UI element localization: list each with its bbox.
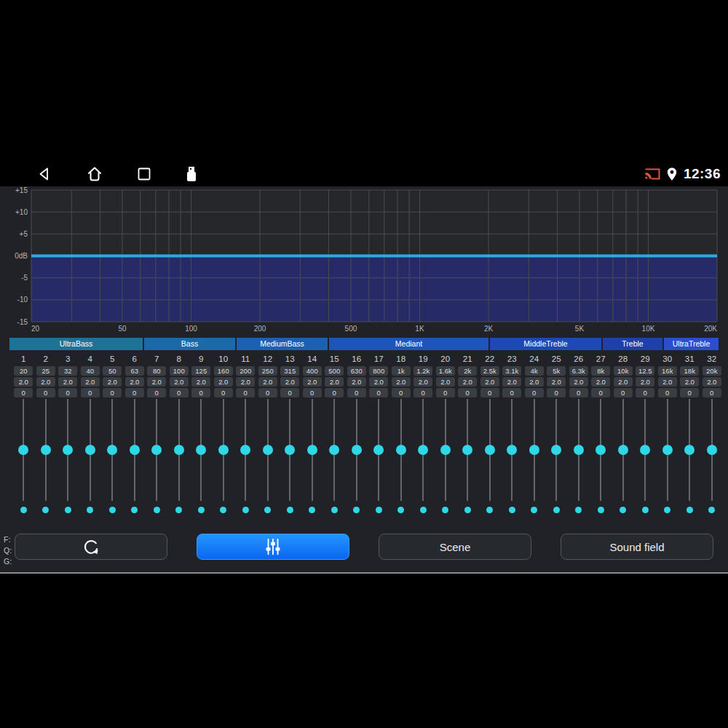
slider-knob[interactable] bbox=[352, 445, 362, 455]
slider-knob[interactable] bbox=[174, 445, 184, 455]
recents-icon[interactable] bbox=[137, 167, 151, 181]
slider-knob[interactable] bbox=[130, 445, 140, 455]
slider-knob[interactable] bbox=[662, 445, 673, 455]
svg-text:100: 100 bbox=[185, 325, 197, 332]
band-slider-31[interactable] bbox=[678, 399, 701, 517]
band-number: 1 bbox=[21, 354, 25, 364]
band-q-value: 2.0 bbox=[591, 377, 610, 387]
band-slider-19[interactable] bbox=[412, 399, 435, 517]
band-slider-7[interactable] bbox=[146, 399, 168, 517]
band-slider-2[interactable] bbox=[35, 399, 58, 517]
band-q-value: 2.0 bbox=[569, 377, 588, 387]
slider-knob[interactable] bbox=[329, 445, 339, 455]
band-slider-28[interactable] bbox=[612, 399, 635, 517]
band-gain-value: 0 bbox=[547, 388, 566, 397]
band-slider-27[interactable] bbox=[590, 399, 612, 517]
sound-field-button[interactable]: Sound field bbox=[561, 534, 713, 560]
band-slider-23[interactable] bbox=[501, 399, 523, 517]
band-slider-14[interactable] bbox=[301, 399, 324, 517]
slider-knob[interactable] bbox=[85, 445, 95, 455]
reset-button[interactable] bbox=[15, 534, 167, 560]
slider-knob[interactable] bbox=[41, 445, 51, 455]
band-q-value: 2.0 bbox=[280, 377, 299, 387]
slider-knob[interactable] bbox=[529, 445, 539, 455]
slider-knob[interactable] bbox=[618, 445, 628, 455]
band-slider-32[interactable] bbox=[701, 399, 724, 517]
slider-knob[interactable] bbox=[574, 445, 584, 455]
slider-knob[interactable] bbox=[551, 445, 561, 455]
slider-knob[interactable] bbox=[684, 445, 695, 455]
slider-knob[interactable] bbox=[18, 445, 28, 455]
band-slider-21[interactable] bbox=[456, 399, 479, 517]
slider-zero-dot bbox=[397, 507, 404, 513]
slider-knob[interactable] bbox=[640, 445, 650, 455]
slider-zero-dot bbox=[264, 507, 271, 513]
equalizer-button[interactable] bbox=[197, 534, 349, 560]
band-slider-9[interactable] bbox=[190, 399, 213, 517]
band-slider-13[interactable] bbox=[279, 399, 301, 517]
svg-text:-5: -5 bbox=[21, 274, 28, 282]
slider-knob[interactable] bbox=[263, 445, 273, 455]
band-column-31: 3118k2.00 bbox=[678, 354, 701, 397]
slider-knob[interactable] bbox=[373, 445, 384, 455]
svg-text:-10: -10 bbox=[17, 296, 28, 304]
band-slider-22[interactable] bbox=[479, 399, 502, 517]
band-slider-30[interactable] bbox=[657, 399, 679, 517]
slider-knob[interactable] bbox=[240, 445, 250, 455]
band-slider-29[interactable] bbox=[634, 399, 657, 517]
band-slider-11[interactable] bbox=[234, 399, 257, 517]
slider-zero-dot bbox=[486, 507, 493, 513]
band-slider-16[interactable] bbox=[346, 399, 368, 517]
band-q-value: 2.0 bbox=[147, 377, 166, 387]
band-column-5: 5502.00 bbox=[101, 354, 124, 397]
slider-knob[interactable] bbox=[285, 445, 295, 455]
slider-knob[interactable] bbox=[307, 445, 317, 455]
slider-zero-dot bbox=[553, 507, 560, 513]
band-slider-25[interactable] bbox=[545, 399, 568, 517]
band-slider-4[interactable] bbox=[79, 399, 102, 517]
slider-knob[interactable] bbox=[218, 445, 229, 455]
band-slider-24[interactable] bbox=[523, 399, 546, 517]
slider-knob[interactable] bbox=[396, 445, 406, 455]
slider-knob[interactable] bbox=[196, 445, 206, 455]
band-slider-3[interactable] bbox=[57, 399, 79, 517]
home-icon[interactable] bbox=[86, 165, 103, 183]
slider-knob[interactable] bbox=[707, 445, 717, 455]
band-q-value: 2.0 bbox=[658, 377, 677, 387]
band-column-9: 91252.00 bbox=[190, 354, 213, 397]
band-column-1: 1202.00 bbox=[12, 354, 35, 397]
band-slider-5[interactable] bbox=[101, 399, 124, 517]
scene-button[interactable]: Scene bbox=[379, 534, 531, 560]
band-number: 19 bbox=[419, 354, 428, 364]
slider-knob[interactable] bbox=[151, 445, 162, 455]
band-number: 12 bbox=[263, 354, 272, 364]
band-frequency-value: 20 bbox=[14, 366, 33, 376]
slider-knob[interactable] bbox=[485, 445, 495, 455]
slider-knob[interactable] bbox=[107, 445, 117, 455]
slider-knob[interactable] bbox=[440, 445, 451, 455]
band-slider-12[interactable] bbox=[257, 399, 280, 517]
band-slider-18[interactable] bbox=[390, 399, 413, 517]
slider-knob[interactable] bbox=[418, 445, 428, 455]
back-icon[interactable] bbox=[36, 166, 52, 182]
band-column-3: 3322.00 bbox=[57, 354, 79, 397]
band-gain-value: 0 bbox=[436, 388, 455, 397]
status-bar: 12:36 bbox=[0, 162, 728, 186]
band-slider-17[interactable] bbox=[368, 399, 390, 517]
band-frequency-value: 500 bbox=[325, 366, 344, 376]
slider-knob[interactable] bbox=[507, 445, 517, 455]
band-slider-20[interactable] bbox=[435, 399, 457, 517]
slider-zero-dot bbox=[598, 507, 604, 513]
slider-knob[interactable] bbox=[63, 445, 73, 455]
band-frequency-value: 6.3k bbox=[569, 366, 588, 376]
eq-response-chart: +15+10+50dB-5-10-1520501002005001K2K5K10… bbox=[0, 186, 728, 332]
slider-knob[interactable] bbox=[596, 445, 606, 455]
band-slider-15[interactable] bbox=[323, 399, 346, 517]
band-slider-grid bbox=[12, 399, 723, 517]
slider-knob[interactable] bbox=[462, 445, 472, 455]
band-slider-10[interactable] bbox=[213, 399, 235, 517]
band-slider-8[interactable] bbox=[168, 399, 191, 517]
band-slider-6[interactable] bbox=[124, 399, 146, 517]
band-slider-26[interactable] bbox=[568, 399, 590, 517]
band-slider-1[interactable] bbox=[12, 399, 35, 517]
